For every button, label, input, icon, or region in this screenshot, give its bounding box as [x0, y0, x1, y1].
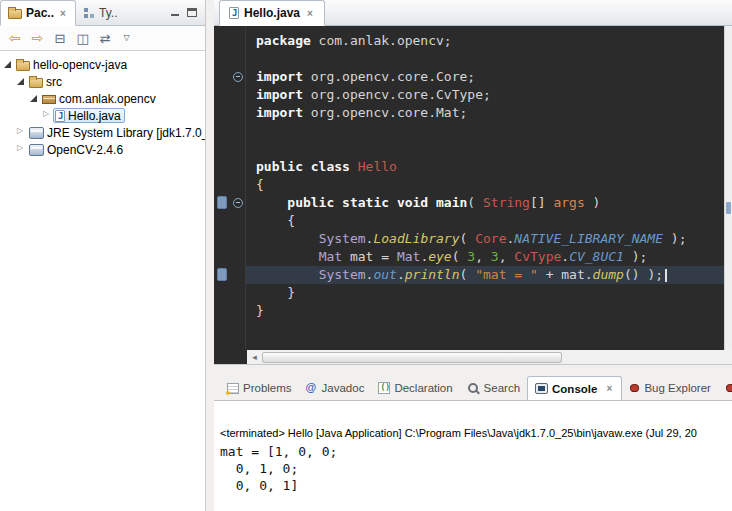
package-icon	[42, 95, 56, 104]
code-line: package com.anlak.opencv;	[246, 32, 724, 50]
library-icon	[29, 127, 44, 139]
explorer-tabbar: Pac.. Ty..	[0, 0, 205, 26]
close-icon[interactable]	[305, 8, 315, 19]
annotation-marker	[217, 268, 227, 281]
collapse-arrow-icon[interactable]	[16, 77, 26, 87]
code-line: }	[246, 302, 724, 320]
close-icon[interactable]	[604, 383, 614, 394]
tab-label: Console	[552, 383, 597, 395]
tree-item-opencv-2-4-6[interactable]: OpenCV-2.4.6	[0, 141, 205, 158]
tree-item-label: Hello.java	[68, 109, 121, 123]
editor-tabbar: Hello.java	[214, 0, 732, 26]
collapse-arrow-icon[interactable]	[3, 60, 13, 70]
panel-sash[interactable]	[207, 0, 214, 511]
javadoc-icon	[306, 382, 318, 395]
horizontal-scrollbar[interactable]: ◂	[247, 350, 732, 364]
close-icon[interactable]	[58, 8, 68, 19]
console-title: <terminated> Hello [Java Application] C:…	[220, 427, 732, 439]
back-icon[interactable]: ⇦	[9, 31, 21, 45]
expand-arrow-icon[interactable]	[42, 111, 52, 121]
overview-ruler[interactable]	[724, 26, 732, 350]
code-line	[246, 50, 724, 68]
tab-label: Javadoc	[322, 382, 365, 394]
package-explorer-view: Pac.. Ty.. ⇦⇨⊟◫⇄▽ hello-opencv-javasrcco…	[0, 0, 206, 511]
tab-label: Problems	[243, 382, 292, 394]
editor-area: Hello.java package com.anlak.opencv;impo…	[214, 0, 732, 365]
tab-label: Pac..	[26, 6, 54, 20]
java-file-icon	[229, 7, 239, 19]
tab-hello-java[interactable]: Hello.java	[219, 0, 325, 26]
collapse-all-icon[interactable]: ⊟	[54, 32, 65, 45]
tab-label: Search	[484, 382, 520, 394]
explorer-toolbar: ⇦⇨⊟◫⇄▽	[0, 26, 205, 51]
code-line: import org.opencv.core.Core;	[246, 68, 724, 86]
library-icon	[29, 144, 44, 156]
collapse-arrow-icon[interactable]	[29, 94, 39, 104]
expand-arrow-icon[interactable]	[16, 145, 26, 155]
minimize-button[interactable]	[170, 8, 180, 17]
bug-icon	[726, 384, 732, 392]
fold-collapse-icon[interactable]	[233, 72, 243, 82]
view-window-buttons	[170, 0, 205, 25]
tree-item-label: com.anlak.opencv	[59, 92, 156, 106]
annotation-ruler[interactable]	[214, 26, 230, 350]
tab-declaration[interactable]: Declaration	[371, 376, 459, 400]
tab-javadoc[interactable]: Javadoc	[299, 376, 372, 400]
package-tree: hello-opencv-javasrccom.anlak.opencvHell…	[0, 51, 205, 158]
code-line: {	[246, 176, 724, 194]
console-lines[interactable]: mat = [1, 0, 0; 0, 1, 0; 0, 0, 1]	[220, 443, 732, 494]
tree-item-label: OpenCV-2.4.6	[47, 143, 123, 157]
annotation-marker	[217, 196, 227, 209]
tree-item-com-anlak-opencv[interactable]: com.anlak.opencv	[0, 90, 205, 107]
package-explorer-icon	[8, 9, 22, 19]
console-line: 0, 1, 0;	[220, 460, 732, 477]
code-editor[interactable]: package com.anlak.opencv;import org.open…	[246, 26, 724, 350]
code-line	[246, 122, 724, 140]
project-icon	[16, 61, 30, 71]
tree-item-hello-java[interactable]: Hello.java	[0, 107, 205, 124]
tab-label: Bug Explorer	[644, 382, 710, 394]
code-line: import org.opencv.core.CvType;	[246, 86, 724, 104]
tree-item-label: hello-opencv-java	[33, 58, 127, 72]
tab-console[interactable]: Console	[527, 376, 622, 401]
text-caret	[665, 269, 667, 282]
java-file-icon	[55, 110, 65, 122]
tab-type-hierarchy[interactable]: Ty..	[76, 0, 124, 25]
fold-collapse-icon[interactable]	[233, 198, 243, 208]
maximize-button[interactable]	[187, 8, 197, 17]
folding-ruler[interactable]	[230, 26, 246, 350]
ruler-footer	[214, 350, 247, 364]
tab-problems[interactable]: Problems	[220, 376, 299, 400]
tree-item-jre-system-library-jdk1-7-0-25[interactable]: JRE System Library [jdk1.7.0_25]	[0, 124, 205, 141]
tab-package-explorer[interactable]: Pac..	[0, 0, 76, 26]
tab-bug[interactable]: Bug	[718, 376, 732, 400]
bottom-tabbar: ProblemsJavadocDeclarationSearchConsoleB…	[214, 376, 732, 401]
code-line	[246, 140, 724, 158]
scroll-left-arrow-icon[interactable]: ◂	[247, 352, 262, 362]
console-view: ProblemsJavadocDeclarationSearchConsoleB…	[214, 376, 732, 511]
eclipse-window: Pac.. Ty.. ⇦⇨⊟◫⇄▽ hello-opencv-javasrcco…	[0, 0, 732, 511]
focus-active-task-icon[interactable]: ◫	[76, 32, 88, 45]
editor-body: package com.anlak.opencv;import org.open…	[214, 26, 732, 350]
scrollbar-thumb[interactable]	[262, 352, 562, 363]
link-with-editor-icon[interactable]: ⇄	[100, 32, 111, 45]
console-line: mat = [1, 0, 0;	[220, 443, 732, 460]
tab-label: Declaration	[394, 382, 452, 394]
tree-item-hello-opencv-java[interactable]: hello-opencv-java	[0, 56, 205, 73]
expand-arrow-icon[interactable]	[16, 128, 26, 138]
view-menu-icon[interactable]: ▽	[124, 34, 130, 42]
declaration-icon	[378, 382, 390, 394]
code-line: import org.opencv.core.Mat;	[246, 104, 724, 122]
tree-item-src[interactable]: src	[0, 73, 205, 90]
forward-icon[interactable]: ⇨	[32, 31, 44, 45]
console-output-area[interactable]: <terminated> Hello [Java Application] C:…	[214, 401, 732, 511]
code-line: System.out.println( "mat = " + mat.dump(…	[246, 266, 724, 284]
editor-bottom: ◂	[214, 350, 732, 365]
tab-search[interactable]: Search	[460, 376, 527, 400]
code-line: System.LoadLibrary( Core.NATIVE_LIBRARY_…	[246, 230, 724, 248]
console-line: 0, 0, 1]	[220, 477, 732, 494]
code-line: public class Hello	[246, 158, 724, 176]
code-line: }	[246, 284, 724, 302]
search-icon	[467, 382, 480, 395]
tab-bug-explorer[interactable]: Bug Explorer	[622, 376, 717, 400]
